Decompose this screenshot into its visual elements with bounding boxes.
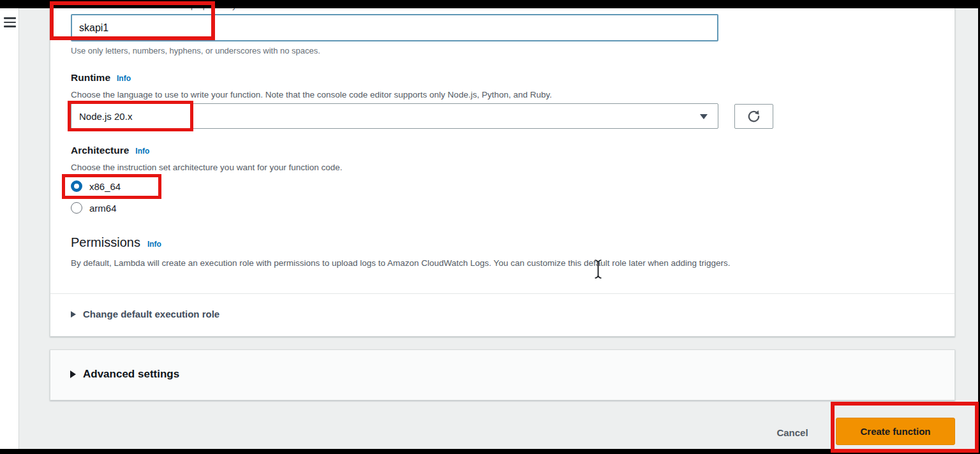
radio-option-arm64[interactable]: arm64 xyxy=(71,201,117,215)
permissions-heading-row: Permissions Info xyxy=(71,235,161,250)
create-function-card: Enter a name that describes the purpose … xyxy=(50,8,955,337)
radio-label-x86-64: x86_64 xyxy=(89,181,121,192)
runtime-info-link[interactable]: Info xyxy=(117,74,131,83)
text-cursor-icon xyxy=(593,259,604,279)
architecture-description: Choose the instruction set architecture … xyxy=(71,163,342,172)
architecture-info-link[interactable]: Info xyxy=(135,147,149,156)
create-function-button[interactable]: Create function xyxy=(836,418,955,445)
refresh-icon xyxy=(746,109,761,124)
permissions-description: By default, Lambda will create an execut… xyxy=(71,258,731,268)
advanced-settings-expander[interactable]: Advanced settings xyxy=(70,368,179,381)
permissions-heading: Permissions xyxy=(71,235,140,250)
section-divider xyxy=(50,293,954,294)
change-execution-role-label: Change default execution role xyxy=(83,309,219,319)
change-execution-role-expander[interactable]: Change default execution role xyxy=(71,309,219,319)
runtime-description: Choose the language to use to write your… xyxy=(71,90,552,99)
screenshot-root: Enter a name that describes the purpose … xyxy=(0,0,980,454)
permissions-info-link[interactable]: Info xyxy=(147,240,161,249)
chevron-down-icon xyxy=(700,114,708,119)
architecture-label: Architecture xyxy=(71,145,129,156)
runtime-select[interactable]: Node.js 20.x xyxy=(71,103,718,129)
hamburger-menu-icon[interactable] xyxy=(4,17,16,27)
triangle-right-icon xyxy=(71,311,76,318)
radio-unselected-icon xyxy=(71,202,82,214)
advanced-settings-label: Advanced settings xyxy=(83,368,179,381)
function-name-hint: Use only letters, numbers, hyphens, or u… xyxy=(71,46,320,55)
advanced-settings-card: Advanced settings xyxy=(50,349,955,400)
runtime-label: Runtime xyxy=(71,72,110,84)
radio-selected-icon xyxy=(71,180,82,192)
runtime-label-row: Runtime Info xyxy=(71,72,131,84)
collapsed-sidenav xyxy=(0,8,19,449)
triangle-right-icon xyxy=(70,370,76,378)
cancel-button[interactable]: Cancel xyxy=(768,423,817,442)
runtime-selected-value: Node.js 20.x xyxy=(79,111,132,122)
architecture-label-row: Architecture Info xyxy=(71,145,149,156)
radio-option-x86-64[interactable]: x86_64 xyxy=(71,179,121,193)
function-name-input[interactable] xyxy=(71,14,718,41)
radio-label-arm64: arm64 xyxy=(89,203,117,214)
function-name-description-clipped: Enter a name that describes the purpose … xyxy=(71,8,645,11)
console-viewport: Enter a name that describes the purpose … xyxy=(0,8,978,449)
refresh-runtimes-button[interactable] xyxy=(734,104,773,129)
